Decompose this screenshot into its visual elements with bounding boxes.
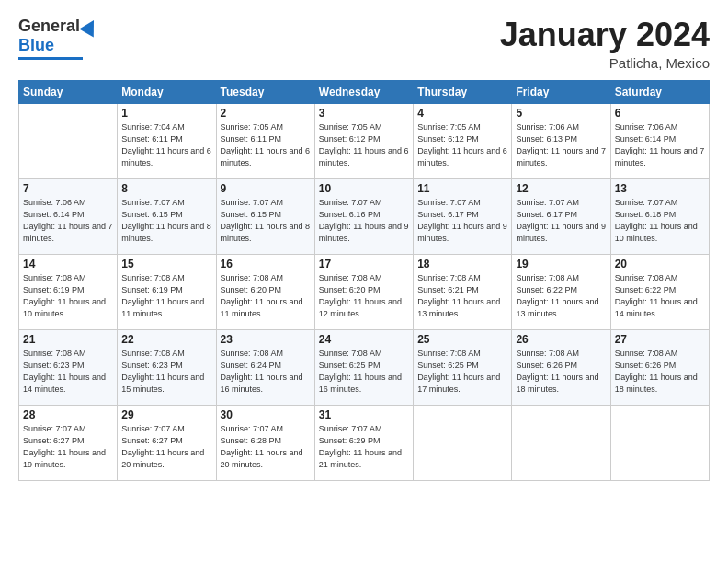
week-row-3: 14Sunrise: 7:08 AM Sunset: 6:19 PM Dayli… <box>19 254 710 329</box>
day-number: 16 <box>221 258 311 270</box>
day-number: 26 <box>516 333 606 346</box>
day-number: 19 <box>516 258 606 270</box>
day-cell: 10Sunrise: 7:07 AM Sunset: 6:16 PM Dayli… <box>314 178 413 254</box>
day-info: Sunrise: 7:08 AM Sunset: 6:23 PM Dayligh… <box>121 348 211 396</box>
day-cell: 11Sunrise: 7:07 AM Sunset: 6:17 PM Dayli… <box>414 178 512 254</box>
day-number: 13 <box>615 182 705 195</box>
day-number: 25 <box>417 333 507 346</box>
day-cell: 22Sunrise: 7:08 AM Sunset: 6:23 PM Dayli… <box>118 329 216 405</box>
day-number: 23 <box>221 333 311 346</box>
day-info: Sunrise: 7:05 AM Sunset: 6:12 PM Dayligh… <box>417 121 507 169</box>
day-info: Sunrise: 7:06 AM Sunset: 6:14 PM Dayligh… <box>615 121 705 169</box>
day-cell: 4Sunrise: 7:05 AM Sunset: 6:12 PM Daylig… <box>414 103 512 178</box>
page: General Blue January 2024 Patlicha, Mexi… <box>0 0 728 563</box>
calendar-location: Patlicha, Mexico <box>500 55 710 71</box>
day-cell: 1Sunrise: 7:04 AM Sunset: 6:11 PM Daylig… <box>118 103 216 178</box>
day-cell: 13Sunrise: 7:07 AM Sunset: 6:18 PM Dayli… <box>610 178 709 254</box>
day-number: 5 <box>516 107 606 120</box>
calendar-body: 1Sunrise: 7:04 AM Sunset: 6:11 PM Daylig… <box>19 103 710 480</box>
day-number: 6 <box>615 107 705 120</box>
day-cell: 14Sunrise: 7:08 AM Sunset: 6:19 PM Dayli… <box>19 254 118 329</box>
day-info: Sunrise: 7:08 AM Sunset: 6:23 PM Dayligh… <box>23 348 113 396</box>
day-cell: 25Sunrise: 7:08 AM Sunset: 6:25 PM Dayli… <box>414 329 512 405</box>
day-info: Sunrise: 7:07 AM Sunset: 6:15 PM Dayligh… <box>221 197 311 245</box>
day-number: 27 <box>615 333 705 346</box>
day-cell: 3Sunrise: 7:05 AM Sunset: 6:12 PM Daylig… <box>314 103 413 178</box>
header: General Blue January 2024 Patlicha, Mexi… <box>18 17 710 71</box>
header-cell-saturday: Saturday <box>610 80 709 103</box>
day-info: Sunrise: 7:08 AM Sunset: 6:26 PM Dayligh… <box>615 348 705 396</box>
day-info: Sunrise: 7:08 AM Sunset: 6:25 PM Dayligh… <box>417 348 507 396</box>
day-cell: 8Sunrise: 7:07 AM Sunset: 6:15 PM Daylig… <box>118 178 216 254</box>
day-number: 3 <box>319 107 409 120</box>
week-row-1: 1Sunrise: 7:04 AM Sunset: 6:11 PM Daylig… <box>19 103 710 178</box>
day-info: Sunrise: 7:08 AM Sunset: 6:19 PM Dayligh… <box>121 272 211 320</box>
day-number: 31 <box>319 408 409 421</box>
day-info: Sunrise: 7:08 AM Sunset: 6:24 PM Dayligh… <box>221 348 311 396</box>
day-info: Sunrise: 7:08 AM Sunset: 6:26 PM Dayligh… <box>516 348 606 396</box>
day-number: 30 <box>221 408 311 421</box>
day-info: Sunrise: 7:08 AM Sunset: 6:25 PM Dayligh… <box>319 348 409 396</box>
day-number: 4 <box>417 107 507 120</box>
day-cell: 26Sunrise: 7:08 AM Sunset: 6:26 PM Dayli… <box>512 329 610 405</box>
day-info: Sunrise: 7:07 AM Sunset: 6:16 PM Dayligh… <box>319 197 409 245</box>
header-cell-friday: Friday <box>512 80 610 103</box>
day-number: 10 <box>319 182 409 195</box>
logo: General Blue <box>18 17 98 60</box>
day-number: 17 <box>319 258 409 270</box>
day-number: 24 <box>319 333 409 346</box>
day-cell <box>414 405 512 480</box>
day-info: Sunrise: 7:07 AM Sunset: 6:27 PM Dayligh… <box>23 423 113 471</box>
day-cell: 2Sunrise: 7:05 AM Sunset: 6:11 PM Daylig… <box>216 103 314 178</box>
day-info: Sunrise: 7:06 AM Sunset: 6:13 PM Dayligh… <box>516 121 606 169</box>
day-info: Sunrise: 7:08 AM Sunset: 6:20 PM Dayligh… <box>319 272 409 320</box>
day-info: Sunrise: 7:08 AM Sunset: 6:21 PM Dayligh… <box>417 272 507 320</box>
header-cell-thursday: Thursday <box>414 80 512 103</box>
day-info: Sunrise: 7:08 AM Sunset: 6:19 PM Dayligh… <box>23 272 113 320</box>
calendar-header: SundayMondayTuesdayWednesdayThursdayFrid… <box>19 80 710 103</box>
day-cell: 24Sunrise: 7:08 AM Sunset: 6:25 PM Dayli… <box>314 329 413 405</box>
day-cell: 31Sunrise: 7:07 AM Sunset: 6:29 PM Dayli… <box>314 405 413 480</box>
day-cell: 20Sunrise: 7:08 AM Sunset: 6:22 PM Dayli… <box>610 254 709 329</box>
header-row: SundayMondayTuesdayWednesdayThursdayFrid… <box>19 80 710 103</box>
day-number: 7 <box>23 182 113 195</box>
day-cell: 15Sunrise: 7:08 AM Sunset: 6:19 PM Dayli… <box>118 254 216 329</box>
day-cell: 6Sunrise: 7:06 AM Sunset: 6:14 PM Daylig… <box>610 103 709 178</box>
day-cell: 7Sunrise: 7:06 AM Sunset: 6:14 PM Daylig… <box>19 178 118 254</box>
day-cell: 18Sunrise: 7:08 AM Sunset: 6:21 PM Dayli… <box>414 254 512 329</box>
day-cell: 19Sunrise: 7:08 AM Sunset: 6:22 PM Dayli… <box>512 254 610 329</box>
day-info: Sunrise: 7:07 AM Sunset: 6:15 PM Dayligh… <box>121 197 211 245</box>
day-cell: 5Sunrise: 7:06 AM Sunset: 6:13 PM Daylig… <box>512 103 610 178</box>
day-cell: 29Sunrise: 7:07 AM Sunset: 6:27 PM Dayli… <box>118 405 216 480</box>
day-info: Sunrise: 7:06 AM Sunset: 6:14 PM Dayligh… <box>23 197 113 245</box>
day-number: 11 <box>417 182 507 195</box>
day-cell <box>512 405 610 480</box>
header-cell-monday: Monday <box>118 80 216 103</box>
day-info: Sunrise: 7:08 AM Sunset: 6:20 PM Dayligh… <box>221 272 311 320</box>
day-cell: 27Sunrise: 7:08 AM Sunset: 6:26 PM Dayli… <box>610 329 709 405</box>
logo-underline <box>18 57 83 60</box>
day-cell: 17Sunrise: 7:08 AM Sunset: 6:20 PM Dayli… <box>314 254 413 329</box>
logo-triangle-icon <box>79 16 101 37</box>
header-cell-wednesday: Wednesday <box>314 80 413 103</box>
logo-general-text: General <box>18 17 80 36</box>
day-cell: 12Sunrise: 7:07 AM Sunset: 6:17 PM Dayli… <box>512 178 610 254</box>
week-row-2: 7Sunrise: 7:06 AM Sunset: 6:14 PM Daylig… <box>19 178 710 254</box>
calendar-table: SundayMondayTuesdayWednesdayThursdayFrid… <box>18 80 710 481</box>
day-cell: 28Sunrise: 7:07 AM Sunset: 6:27 PM Dayli… <box>19 405 118 480</box>
day-number: 29 <box>121 408 211 421</box>
day-info: Sunrise: 7:07 AM Sunset: 6:27 PM Dayligh… <box>121 423 211 471</box>
day-cell: 23Sunrise: 7:08 AM Sunset: 6:24 PM Dayli… <box>216 329 314 405</box>
day-info: Sunrise: 7:05 AM Sunset: 6:12 PM Dayligh… <box>319 121 409 169</box>
week-row-4: 21Sunrise: 7:08 AM Sunset: 6:23 PM Dayli… <box>19 329 710 405</box>
day-number: 15 <box>121 258 211 270</box>
day-info: Sunrise: 7:07 AM Sunset: 6:28 PM Dayligh… <box>221 423 311 471</box>
day-cell: 16Sunrise: 7:08 AM Sunset: 6:20 PM Dayli… <box>216 254 314 329</box>
header-cell-tuesday: Tuesday <box>216 80 314 103</box>
day-number: 14 <box>23 258 113 270</box>
day-cell: 21Sunrise: 7:08 AM Sunset: 6:23 PM Dayli… <box>19 329 118 405</box>
title-block: January 2024 Patlicha, Mexico <box>500 17 710 71</box>
day-info: Sunrise: 7:08 AM Sunset: 6:22 PM Dayligh… <box>516 272 606 320</box>
week-row-5: 28Sunrise: 7:07 AM Sunset: 6:27 PM Dayli… <box>19 405 710 480</box>
day-info: Sunrise: 7:07 AM Sunset: 6:29 PM Dayligh… <box>319 423 409 471</box>
